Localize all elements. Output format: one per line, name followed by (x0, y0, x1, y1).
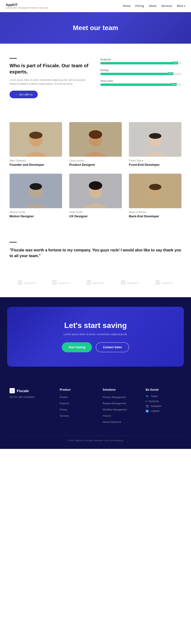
social-instagram: 📷 Instagram (146, 404, 181, 408)
nav-home[interactable]: Home (123, 4, 131, 8)
who-right: Analysist 96% Deisign 90% Team work 94% (100, 58, 181, 98)
logo-icon (121, 280, 125, 285)
team-photo (69, 122, 122, 157)
footer-solutions-heading: Solutions (103, 388, 138, 392)
team-member-name: Pedro Steve (129, 159, 181, 162)
team-photo (10, 174, 62, 208)
team-card: Lissa Lemon Product Designer (69, 122, 122, 166)
svg-point-15 (30, 183, 42, 190)
start-saving-button[interactable]: Start Saving (62, 342, 92, 352)
team-member-role: Product Designer (69, 163, 122, 166)
nav-about[interactable]: About (149, 4, 156, 8)
footer-link-workflow[interactable]: Workflow Management (103, 408, 127, 411)
logo-item: logolpsum (121, 280, 139, 285)
skill-bar-bg: 90% (100, 73, 181, 75)
footer-top: ≡ Fiscale Get the right candidates Produ… (10, 388, 181, 426)
footer-social-col: Be Social 🐦 Twitter f Facebook 📷 Instagr… (146, 388, 181, 426)
who-left: Who is part of Fiscale. Our team of expe… (10, 58, 91, 98)
logo-icon (52, 280, 57, 285)
team-member-role: UX Designer (69, 214, 122, 218)
brand: AppKIT Just another TemplateKit TakoMoo … (6, 3, 48, 9)
logo-item: logolpsum (52, 280, 70, 285)
team-member-role: Front-End Developer (129, 163, 181, 166)
team-card: Pedro Steve Front-End Developer (129, 122, 181, 166)
twitter-link[interactable]: Twitter (151, 395, 158, 398)
footer-logo: ≡ Fiscale (10, 388, 53, 393)
footer-product-col: Product Product Features Pricing Service… (60, 388, 96, 426)
who-description: Lorem ipsum dolor sit amet, consectetur … (10, 78, 91, 86)
nav-services[interactable]: Services (161, 4, 172, 8)
team-card: Mario Catriona Back-End Developer (129, 174, 181, 218)
footer-solutions-links: Process Management Request Management Wo… (103, 395, 138, 424)
skill-bar-bg: 94% (100, 84, 181, 86)
skill-label: Deisign (100, 69, 181, 72)
footer-bottom: ©2020 Takemoo • All rights reserved • Lo… (10, 435, 181, 442)
skill-bar-fill: 94% (100, 84, 177, 86)
cta-description: Lorem ipsum dolor sit amet, consectetur … (17, 333, 174, 336)
team-photo (69, 174, 122, 208)
team-member-name: Mario Catriona (129, 210, 181, 214)
team-card: Sofia Smith UX Designer (69, 174, 122, 218)
footer-link-services[interactable]: Services (60, 414, 69, 417)
footer-link-hr[interactable]: Human Resource (103, 421, 121, 423)
team-card: Marc Steward Founder and Developer (10, 122, 62, 166)
team-member-name: Lissa Lemon (69, 159, 122, 162)
footer-brand: ≡ Fiscale Get the right candidates (10, 388, 53, 426)
nav-links: Home Pricing About Services More (123, 4, 185, 8)
footer-link-pricing[interactable]: Pricing (60, 408, 67, 411)
team-photo (129, 174, 181, 208)
footer-solutions-col: Solutions Process Management Request Man… (103, 388, 138, 426)
skill-percent: 96% (172, 62, 178, 64)
logo-icon (18, 280, 22, 285)
team-member-name: Marc Steward (10, 159, 62, 162)
instagram-icon: 📷 (146, 404, 149, 408)
social-facebook: f Facebook (146, 400, 181, 402)
svg-point-7 (89, 130, 102, 139)
footer-social-heading: Be Social (146, 388, 181, 392)
svg-point-3 (29, 132, 43, 139)
instagram-link[interactable]: Instagram (151, 405, 161, 408)
dash-line (10, 58, 17, 59)
logo-item: logolpsum (87, 280, 104, 285)
team-member-name: Sofia Smith (69, 210, 122, 214)
skill-label: Analysist (100, 58, 181, 61)
who-section: Who is part of Fiscale. Our team of expe… (0, 44, 191, 112)
skill-percent: 90% (168, 72, 173, 75)
contact-sales-button[interactable]: Contact Sales (96, 342, 129, 352)
footer-brand-tagline: Get the right candidates (10, 396, 53, 398)
footer-product-links: Product Features Pricing Services (60, 395, 96, 418)
logo-label: logolpsum (161, 282, 173, 284)
team-member-name: Alberto Ferdy (10, 210, 62, 214)
footer-link-finance[interactable]: Finance (103, 414, 111, 417)
skill-bar-fill: 96% (100, 62, 178, 64)
svg-point-33 (157, 281, 158, 283)
team-photo (10, 122, 62, 157)
join-button[interactable]: Join with us (10, 91, 38, 98)
footer-logo-icon: ≡ (10, 388, 15, 393)
brand-name: AppKIT (6, 3, 48, 7)
facebook-link[interactable]: Facebook (148, 400, 159, 402)
logo-label: logolpsum (127, 282, 139, 284)
footer-product-heading: Product (60, 388, 96, 392)
footer-link-features[interactable]: Features (60, 402, 69, 405)
cta-section: Let's start saving Lorem ipsum dolor sit… (7, 307, 184, 366)
footer-link-request[interactable]: Request Management (103, 402, 126, 405)
svg-point-25 (19, 281, 21, 283)
footer: ≡ Fiscale Get the right candidates Produ… (0, 376, 191, 449)
brand-subtitle: Just another TemplateKit TakoMoo Sites s… (6, 7, 48, 9)
skill-bar-fill: 90% (100, 73, 173, 75)
nav-more[interactable]: More (177, 4, 185, 8)
nav-pricing[interactable]: Pricing (135, 4, 144, 8)
team-section: Marc Steward Founder and Developer Lissa… (0, 112, 191, 228)
svg-point-27 (54, 281, 55, 283)
skill-label: Team work (100, 80, 181, 82)
svg-point-11 (149, 133, 161, 139)
cta-wrapper: Let's start saving Lorem ipsum dolor sit… (0, 297, 191, 376)
team-photo (129, 122, 181, 157)
footer-link-product[interactable]: Product (60, 396, 68, 398)
linkedin-link[interactable]: LinkedIn (151, 410, 160, 412)
hero-title: Meet our team (6, 24, 185, 32)
logo-label: logolpsum (58, 282, 70, 284)
footer-brand-name: Fiscale (17, 389, 29, 393)
footer-link-process[interactable]: Process Management (103, 396, 126, 398)
